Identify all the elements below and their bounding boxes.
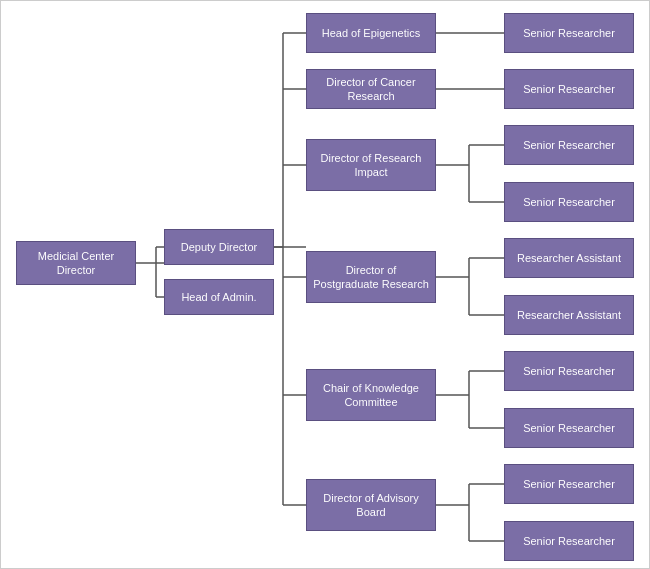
node-director_advisory: Director of Advisory Board	[306, 479, 436, 531]
node-ra2: Researcher Assistant	[504, 295, 634, 335]
org-chart: Medicial Center DirectorDeputy DirectorH…	[0, 0, 650, 569]
node-medical_center_director: Medicial Center Director	[16, 241, 136, 285]
node-sr1: Senior Researcher	[504, 13, 634, 53]
node-sr6: Senior Researcher	[504, 408, 634, 448]
node-sr3: Senior Researcher	[504, 125, 634, 165]
node-chair_knowledge: Chair of Knowledge Committee	[306, 369, 436, 421]
node-director_cancer: Director of Cancer Research	[306, 69, 436, 109]
node-deputy_director: Deputy Director	[164, 229, 274, 265]
node-sr7: Senior Researcher	[504, 464, 634, 504]
node-ra1: Researcher Assistant	[504, 238, 634, 278]
node-sr2: Senior Researcher	[504, 69, 634, 109]
node-sr8: Senior Researcher	[504, 521, 634, 561]
node-director_research_impact: Director of Research Impact	[306, 139, 436, 191]
node-sr5: Senior Researcher	[504, 351, 634, 391]
node-sr4: Senior Researcher	[504, 182, 634, 222]
node-head_epigenetics: Head of Epigenetics	[306, 13, 436, 53]
node-head_of_admin: Head of Admin.	[164, 279, 274, 315]
node-director_postgraduate: Director of Postgraduate Research	[306, 251, 436, 303]
